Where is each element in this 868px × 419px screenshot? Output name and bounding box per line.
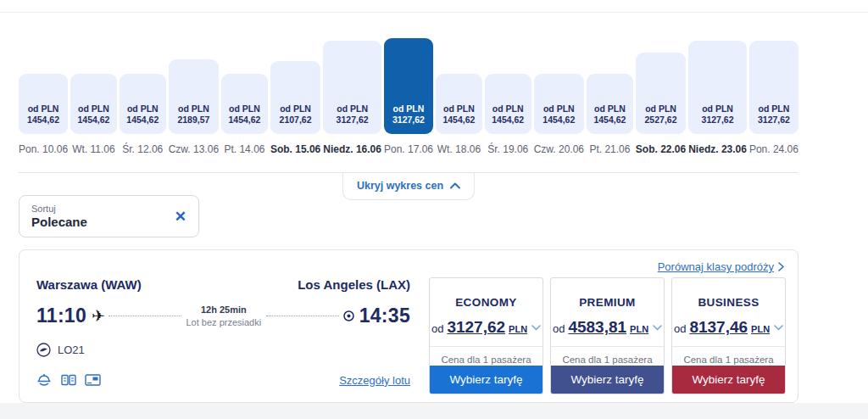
price-bar[interactable]: od PLN 1454,62 xyxy=(70,74,117,134)
price-bar-column: od PLN 1454,62 Pt. 21.06 xyxy=(587,34,633,155)
hide-price-chart-button[interactable]: Ukryj wykres cen xyxy=(342,173,475,200)
flight-duration: 12h 25min xyxy=(186,304,262,316)
price-bar-column: od PLN 1454,62 Wt. 18.06 xyxy=(436,34,482,155)
fare-class-card: ECONOMY od 3127,62 PLN Cena dla 1 pasaże… xyxy=(429,277,543,394)
price-bar[interactable]: od PLN 2189,57 xyxy=(169,59,219,134)
meal-service-icon xyxy=(36,373,53,388)
price-bar-column: od PLN 1454,62 Śr. 19.06 xyxy=(485,34,531,155)
bar-wrap: od PLN 3127,62 xyxy=(323,34,381,134)
entertainment-icon xyxy=(85,374,101,386)
fare-divider xyxy=(551,346,664,347)
bar-wrap: od PLN 2527,62 xyxy=(636,34,686,134)
bar-price-prefix: od PLN xyxy=(492,103,524,115)
airplane-icon: ✈ xyxy=(92,306,105,326)
fare-price-link[interactable]: 3127,62 xyxy=(447,318,505,337)
price-bar-column: od PLN 3127,62 Niedz. 16.06 xyxy=(323,34,381,155)
price-bar-column: od PLN 1454,62 Czw. 20.06 xyxy=(534,34,584,155)
price-bar[interactable]: od PLN 3127,62 xyxy=(749,41,798,134)
route-row: 11:10 ✈ 12h 25min Lot bez przesiadki xyxy=(36,304,410,329)
flight-number: LO21 xyxy=(58,344,85,356)
flight-info: Warszawa (WAW) Los Angeles (LAX) 11:10 ✈… xyxy=(36,277,422,394)
flight-number-row: LO21 xyxy=(36,343,410,357)
arrival-target-icon xyxy=(342,310,355,322)
fare-class-name: ECONOMY xyxy=(455,296,517,309)
price-bar[interactable]: od PLN 1454,62 xyxy=(587,74,633,134)
fare-from-label: od xyxy=(674,322,686,335)
price-bar-column: od PLN 3127,62 Pon. 17.06 xyxy=(384,34,433,155)
bar-price-prefix: od PLN xyxy=(229,103,260,115)
bar-date-label: Wt. 18.06 xyxy=(436,143,482,155)
route-line xyxy=(108,316,181,316)
fare-from-label: od xyxy=(553,322,565,335)
bar-price-prefix: od PLN xyxy=(594,103,626,115)
price-bar-column: od PLN 1454,62 Pon. 10.06 xyxy=(19,34,68,155)
price-bar[interactable]: od PLN 2107,62 xyxy=(270,61,320,134)
bar-wrap: od PLN 1454,62 xyxy=(19,34,68,134)
price-bar[interactable]: od PLN 1454,62 xyxy=(436,74,482,134)
clear-sort-icon[interactable]: ✕ xyxy=(175,210,186,224)
bar-price-value: 2107,62 xyxy=(280,115,312,126)
chevron-down-icon[interactable] xyxy=(774,325,783,331)
bar-wrap: od PLN 1454,62 xyxy=(485,34,531,134)
bar-date-label: Pon. 10.06 xyxy=(19,143,68,155)
bar-wrap: od PLN 1454,62 xyxy=(120,34,166,134)
price-bar[interactable]: od PLN 1454,62 xyxy=(120,74,166,134)
select-fare-button-business[interactable]: Wybierz taryfę xyxy=(672,366,785,394)
sort-dropdown-text: Sortuj Polecane xyxy=(31,204,87,229)
bar-price-value: 1454,62 xyxy=(77,115,109,126)
bar-date-label: Niedz. 16.06 xyxy=(323,143,381,155)
bar-price-prefix: od PLN xyxy=(443,103,475,115)
fare-from-label: od xyxy=(431,322,443,335)
bar-wrap: od PLN 3127,62 xyxy=(749,34,798,134)
bar-price-prefix: od PLN xyxy=(759,103,790,115)
bar-wrap: od PLN 1454,62 xyxy=(436,34,482,134)
route-middle-info: 12h 25min Lot bez przesiadki xyxy=(186,304,262,329)
airline-logo-icon xyxy=(36,343,51,357)
select-fare-button-premium[interactable]: Wybierz taryfę xyxy=(551,366,664,394)
sort-selected-value: Polecane xyxy=(31,215,87,229)
fare-class-name: BUSINESS xyxy=(698,296,759,309)
arrival-time: 14:35 xyxy=(359,304,410,327)
sort-dropdown[interactable]: Sortuj Polecane ✕ xyxy=(19,195,199,237)
fare-price-link[interactable]: 8137,46 xyxy=(689,318,748,337)
flight-stops: Lot bez przesiadki xyxy=(186,316,262,329)
price-bar[interactable]: od PLN 3127,62 xyxy=(323,41,381,134)
chevron-right-icon xyxy=(778,262,784,271)
fare-class-card: PREMIUM od 4583,81 PLN Cena dla 1 pasaże… xyxy=(550,277,665,394)
compare-classes-link[interactable]: Porównaj klasy podróży xyxy=(658,260,784,273)
bar-wrap: od PLN 1454,62 xyxy=(70,34,117,134)
bar-date-label: Wt. 11.06 xyxy=(70,143,117,155)
price-bar[interactable]: od PLN 2527,62 xyxy=(636,53,686,134)
bar-price-value: 1454,62 xyxy=(27,115,59,126)
sort-label: Sortuj xyxy=(31,204,87,214)
price-bar[interactable]: od PLN 3127,62 xyxy=(688,41,747,134)
price-bar[interactable]: od PLN 1454,62 xyxy=(19,74,68,134)
bar-date-label: Sob. 22.06 xyxy=(636,143,686,155)
price-bar-column: od PLN 2189,57 Czw. 13.06 xyxy=(169,34,219,155)
select-fare-button-economy[interactable]: Wybierz taryfę xyxy=(430,366,542,394)
compare-classes-label: Porównaj klasy podróży xyxy=(658,260,774,273)
chevron-down-icon[interactable] xyxy=(653,325,662,331)
bar-price-value: 3127,62 xyxy=(702,115,734,126)
bar-wrap: od PLN 3127,62 xyxy=(384,34,433,134)
bar-price-prefix: od PLN xyxy=(280,103,311,115)
bar-price-prefix: od PLN xyxy=(127,103,159,115)
bar-price-value: 1454,62 xyxy=(593,115,626,126)
bar-wrap: od PLN 1454,62 xyxy=(221,34,268,134)
bar-price-value: 1454,62 xyxy=(492,115,524,126)
price-bar[interactable]: od PLN 3127,62 xyxy=(384,38,433,134)
price-bar-column: od PLN 3127,62 Niedz. 23.06 xyxy=(688,34,747,155)
price-bar-column: od PLN 3127,62 Pon. 24.06 xyxy=(749,34,798,155)
fare-price-link[interactable]: 4583,81 xyxy=(568,318,626,337)
price-bar[interactable]: od PLN 1454,62 xyxy=(221,74,268,134)
price-bar[interactable]: od PLN 1454,62 xyxy=(485,74,531,134)
fare-price-row: od 8137,46 PLN xyxy=(674,318,783,337)
chevron-down-icon[interactable] xyxy=(531,325,541,331)
price-bar-column: od PLN 2527,62 Sob. 22.06 xyxy=(636,34,686,155)
flight-details-link[interactable]: Szczegóły lotu xyxy=(339,374,410,387)
price-bar-column: od PLN 2107,62 Sob. 15.06 xyxy=(270,34,320,155)
bar-price-value: 2189,57 xyxy=(177,115,209,126)
bar-date-label: Pon. 24.06 xyxy=(749,143,798,155)
bar-date-label: Czw. 20.06 xyxy=(534,143,584,155)
price-bar[interactable]: od PLN 1454,62 xyxy=(534,74,584,134)
